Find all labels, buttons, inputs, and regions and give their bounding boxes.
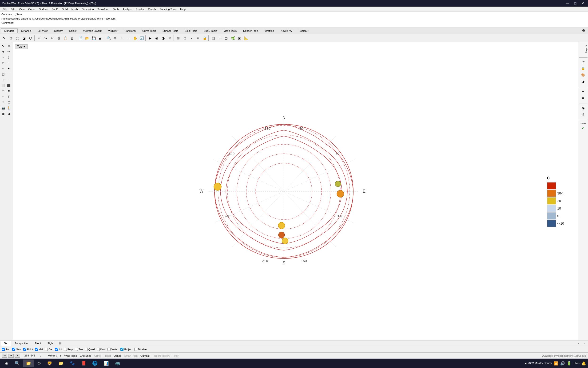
tab-curve-tools[interactable]: Curve Tools — [139, 28, 159, 33]
gumball-button[interactable]: Gumball — [140, 354, 150, 357]
lasso-icon[interactable]: ⬚ — [14, 35, 21, 41]
menu-panels[interactable]: Panels — [146, 7, 158, 11]
fillet-icon[interactable]: ╭ — [0, 77, 6, 83]
camera-icon[interactable]: 📷 — [0, 105, 6, 111]
snap-mid[interactable]: Mid — [35, 348, 43, 351]
rotate-view-icon[interactable]: 🔄 — [138, 35, 145, 41]
close-button[interactable]: ✕ — [580, 1, 586, 6]
new-icon[interactable]: 📄 — [77, 35, 84, 41]
snap-mid-checkbox[interactable] — [35, 348, 38, 351]
color-icon[interactable]: 🎨 — [579, 72, 587, 78]
hatch-icon[interactable]: ⊘ — [0, 100, 6, 105]
viewport[interactable]: Top ▼ — [13, 42, 578, 340]
tab-transform[interactable]: Transform — [121, 28, 139, 33]
cursor-dot-icon[interactable]: ⊕ — [6, 43, 11, 48]
snap-cen[interactable]: Cen — [45, 348, 53, 351]
view-tab-right[interactable]: Right — [44, 341, 57, 346]
lock2-icon[interactable]: 🔒 — [579, 65, 587, 71]
files-button[interactable]: 📁 — [56, 359, 66, 367]
snap-quad-checkbox[interactable] — [85, 348, 88, 351]
snap-end-checkbox[interactable] — [2, 348, 5, 351]
pattern-icon[interactable]: ⊞ — [0, 89, 6, 94]
rhino-button[interactable]: 🐾 — [67, 359, 77, 367]
mesh-tool-icon[interactable]: ◰ — [0, 72, 6, 77]
snap-vertex-checkbox[interactable] — [107, 348, 111, 351]
snap-near-checkbox[interactable] — [12, 348, 15, 351]
analyze-icon[interactable]: 📐 — [243, 35, 249, 41]
layers-icon[interactable]: ▤ — [210, 35, 216, 41]
viewport-label[interactable]: Top ▼ — [15, 44, 27, 49]
linetype-icon[interactable]: ≡ — [579, 88, 587, 94]
print-icon[interactable]: 🖨 — [97, 35, 104, 41]
lock-icon[interactable]: 🔒 — [201, 35, 208, 41]
tab-cplanes[interactable]: CPlanes — [18, 28, 34, 33]
pan-icon[interactable]: ✋ — [132, 35, 138, 41]
record-history-button[interactable]: Record History — [153, 354, 170, 357]
minimize-button[interactable]: — — [565, 1, 570, 6]
lang-display[interactable]: ENG — [573, 362, 579, 365]
circle-icon[interactable]: ○ — [0, 66, 6, 71]
snap-quad[interactable]: Quad — [85, 348, 95, 351]
explorer-button[interactable]: 📁 — [23, 359, 34, 367]
menu-tools[interactable]: Tools — [111, 7, 121, 11]
tab-select[interactable]: Select — [66, 28, 80, 33]
hide-icon[interactable]: 👁 — [195, 35, 201, 41]
render-icon[interactable]: ▶ — [147, 35, 153, 41]
menu-mesh[interactable]: Mesh — [70, 7, 80, 11]
undo-icon[interactable]: ↩ — [36, 35, 42, 41]
notification-icon[interactable]: 🔔 — [581, 361, 586, 366]
snap-int[interactable]: Int — [55, 348, 62, 351]
start-button[interactable]: ⊞ — [2, 359, 11, 367]
control-point-icon[interactable]: ◈ — [0, 49, 6, 54]
tab-toolbar[interactable]: Toolbar — [296, 28, 310, 33]
save-icon[interactable]: 💾 — [90, 35, 97, 41]
redo-button[interactable]: ↪ — [8, 354, 14, 358]
render-preview-icon[interactable]: ◉ — [153, 35, 160, 41]
menu-file[interactable]: File — [1, 7, 9, 11]
solid-tool-icon[interactable]: ⬛ — [6, 83, 11, 88]
planar-button[interactable]: Planar — [104, 354, 111, 357]
adjust-icon[interactable]: ⋮ — [6, 55, 11, 60]
powerpoint-button[interactable]: 📊 — [101, 359, 111, 367]
blend-icon[interactable]: ⌣ — [6, 77, 11, 83]
paste-icon[interactable]: 📋 — [62, 35, 69, 41]
print2-icon[interactable]: 🖨 — [579, 111, 587, 118]
surface-tool-icon[interactable]: ⬜ — [0, 83, 6, 88]
light-icon[interactable]: ☀ — [167, 35, 173, 41]
points-on-icon[interactable]: · — [188, 35, 195, 41]
tab-mesh-tools[interactable]: Mesh Tools — [220, 28, 239, 33]
cursor-icon[interactable]: ↖ — [0, 43, 6, 48]
tab-standard[interactable]: Standard — [1, 28, 18, 33]
menu-help[interactable]: Help — [178, 7, 187, 11]
eye-icon[interactable]: 👁 — [579, 59, 587, 65]
block-icon[interactable]: ◫ — [6, 100, 11, 105]
tab-viewport-layout[interactable]: Viewport Layout — [80, 28, 105, 33]
select-visible-icon[interactable]: ◪ — [21, 35, 27, 41]
star-icon[interactable]: ✦ — [6, 66, 11, 71]
viewport-next-icon[interactable]: › — [582, 341, 587, 346]
open-icon[interactable]: 📂 — [84, 35, 90, 41]
tab-new-in-v7[interactable]: New in V7 — [278, 28, 295, 33]
properties-icon[interactable]: ☰ — [216, 35, 223, 41]
tab-surface-tools[interactable]: Surface Tools — [159, 28, 181, 33]
tab-drafting[interactable]: Drafting — [262, 28, 277, 33]
acrobat-button[interactable]: 📕 — [78, 359, 89, 367]
snap-perp-checkbox[interactable] — [64, 348, 67, 351]
snap-knot-checkbox[interactable] — [97, 348, 100, 351]
menu-render[interactable]: Render — [134, 7, 146, 11]
ortho-button[interactable]: Ortho — [94, 354, 101, 357]
menu-analyze[interactable]: Analyze — [121, 7, 134, 11]
maximize-button[interactable]: □ — [572, 1, 578, 6]
menu-curve[interactable]: Curve — [26, 7, 37, 11]
view-tab-top[interactable]: Top — [1, 341, 11, 346]
menu-transform[interactable]: Transform — [96, 7, 111, 11]
material-icon[interactable]: ◑ — [160, 35, 167, 41]
named-views-icon[interactable]: ◻ — [223, 35, 229, 41]
snap-tan-checkbox[interactable] — [75, 348, 78, 351]
render2-icon[interactable]: ◉ — [579, 105, 587, 111]
command-input[interactable] — [15, 21, 109, 24]
material2-icon[interactable]: ◑ — [579, 78, 587, 84]
snap-knot[interactable]: Knot — [97, 348, 106, 351]
view-tab-perspective[interactable]: Perspective — [12, 341, 31, 346]
menu-paneling-tools[interactable]: Paneling Tools — [158, 7, 178, 11]
